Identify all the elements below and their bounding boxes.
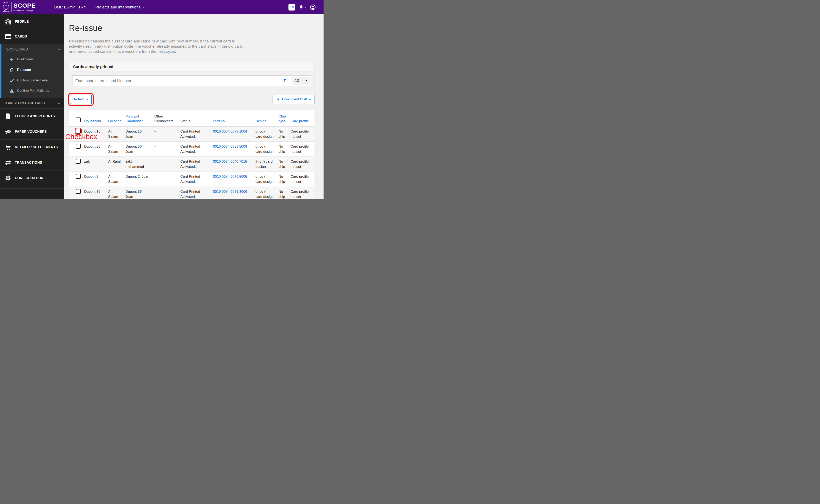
logo-divider bbox=[11, 2, 12, 12]
table-row: Dupont 16 Al- Salam Dupont 16, Jean – Ca… bbox=[69, 126, 315, 142]
page-size-select[interactable]: 10 bbox=[292, 77, 310, 85]
language-badge[interactable]: EN bbox=[289, 4, 295, 11]
sidebar-item-label: PEOPLE bbox=[15, 20, 29, 23]
panel-title: Cards already printed bbox=[69, 62, 314, 72]
cell-chip-type: No chip bbox=[277, 187, 289, 199]
table-row: Dupont 56 Al- Salam Dupont 56, Jean – Ca… bbox=[69, 142, 315, 157]
top-nav: OMC EGYPT TRN Projects and interventions bbox=[54, 5, 144, 9]
cell-others: – bbox=[152, 142, 178, 157]
chevron-down-icon bbox=[317, 7, 319, 8]
cell-location: Al- Salam bbox=[106, 126, 123, 142]
nav-country[interactable]: OMC EGYPT TRN bbox=[54, 5, 86, 9]
table-row: Dupont 2 Al- Salam Dupont 2, Jean – Card… bbox=[69, 172, 315, 187]
sidebar-item-confirm-print-failures[interactable]: Confirm Print Failures bbox=[1, 86, 64, 96]
download-icon bbox=[276, 97, 280, 102]
sidebar-item-label: TRANSACTIONS bbox=[15, 161, 42, 164]
column-header-principal-cardholder[interactable]: Principal Cardholder bbox=[123, 110, 152, 126]
cell-card-profile: Card profile not set bbox=[289, 172, 315, 187]
chevron-up-icon bbox=[57, 48, 60, 51]
sidebar-item-re-issue[interactable]: Re-issue bbox=[1, 65, 64, 75]
check-icon bbox=[9, 78, 14, 82]
chevron-down-icon bbox=[305, 80, 308, 81]
cell-principal: Dupont 36, Jean bbox=[123, 187, 152, 199]
row-checkbox[interactable] bbox=[76, 159, 81, 164]
sidebar-item-retailer-settlements[interactable]: RETAILER SETTLEMENTS bbox=[0, 140, 64, 155]
cell-status: Card Printed Activated. bbox=[178, 142, 211, 157]
card-number-link[interactable]: 0010 0054 6079 5005 bbox=[213, 175, 247, 179]
plus-icon: + bbox=[9, 57, 14, 61]
sidebar-group-scope-card[interactable]: SCOPE CARD bbox=[1, 44, 64, 54]
sidebar-item-cards[interactable]: CARDS bbox=[0, 29, 64, 44]
card-number-link[interactable]: 0010 0054 6081 3006 bbox=[213, 190, 247, 194]
sidebar-divider bbox=[0, 186, 64, 189]
user-avatar-icon bbox=[310, 4, 316, 10]
sidebar-item-label: CARDS bbox=[15, 35, 27, 38]
scope-card-group: SCOPE CARD + Print Cards Re bbox=[0, 44, 64, 98]
app-header: WFP wfp.org bbox=[0, 0, 324, 14]
row-checkbox[interactable] bbox=[76, 129, 81, 134]
select-all-checkbox[interactable] bbox=[76, 117, 81, 122]
column-header-card-no[interactable]: card no. bbox=[211, 110, 254, 126]
cell-location: Al-Raml bbox=[106, 157, 123, 172]
card-number-link[interactable]: 0010 0054 6040 7015 bbox=[213, 160, 247, 163]
cell-card-profile: Card profile not set bbox=[289, 126, 315, 142]
wfp-scope-logo[interactable]: WFP wfp.org bbox=[2, 2, 36, 12]
sidebar: PEOPLE CARDS SCOPE CARD + Print Cards bbox=[0, 14, 64, 199]
cell-location: Al- Salam bbox=[106, 172, 123, 187]
account-menu[interactable] bbox=[310, 4, 319, 10]
people-icon bbox=[4, 18, 12, 25]
cell-others: – bbox=[152, 172, 178, 187]
ticket-icon: №0 bbox=[4, 128, 12, 135]
download-csv-button[interactable]: Download CSV bbox=[273, 95, 315, 104]
cell-chip-type: No chip bbox=[277, 172, 289, 187]
column-header-card-profile[interactable]: Card profile bbox=[289, 110, 315, 126]
sidebar-item-transactions[interactable]: TRANSACTIONS bbox=[0, 155, 64, 170]
sidebar-item-label: CONFIGURATION bbox=[15, 176, 44, 180]
row-checkbox[interactable] bbox=[76, 189, 81, 194]
column-header-location[interactable]: Location bbox=[106, 110, 123, 126]
sidebar-item-print-cards[interactable]: + Print Cards bbox=[1, 54, 64, 65]
table-row: Dupont 36 Al- Salam Dupont 36, Jean – Ca… bbox=[69, 187, 315, 199]
cards-already-printed-panel: Cards already printed 10 bbox=[69, 62, 315, 90]
nav-projects-menu[interactable]: Projects and interventions bbox=[95, 5, 144, 9]
filter-icon[interactable] bbox=[283, 79, 287, 82]
wfp-emblem-icon bbox=[2, 4, 9, 10]
cell-card-profile: Card profile not set bbox=[289, 187, 315, 199]
sidebar-item-configuration[interactable]: CONFIGURATION bbox=[0, 170, 64, 186]
page-description: Re-issueing cancels the current card and… bbox=[69, 39, 315, 54]
sidebar-item-label: PAPER VOUCHERS bbox=[15, 130, 47, 134]
cell-others: – bbox=[152, 157, 178, 172]
sidebar-item-confirm-activate[interactable]: Confirm and Activate bbox=[1, 75, 64, 86]
table-row: zaki Al-Raml zaki, mohammed – Card Print… bbox=[69, 157, 315, 172]
cell-status: Card Printed Activated. bbox=[178, 172, 211, 187]
notifications-menu[interactable] bbox=[299, 5, 307, 10]
cell-location: Al- Salam bbox=[106, 142, 123, 157]
cell-principal: Dupont 2, Jean bbox=[123, 172, 152, 187]
sidebar-item-label: LEDGER AND REPORTS bbox=[15, 114, 55, 118]
search-input[interactable] bbox=[72, 75, 311, 86]
card-number-link[interactable]: 0010 0054 6079 1004 bbox=[213, 129, 247, 133]
page-title: Re-issue bbox=[69, 23, 315, 33]
column-header-household[interactable]: Household bbox=[82, 110, 106, 126]
column-header-chip-type[interactable]: Chip type bbox=[277, 110, 289, 126]
main-content: Re-issue Re-issueing cancels the current… bbox=[64, 14, 324, 199]
gear-icon bbox=[4, 175, 12, 181]
card-number-link[interactable]: 0010 0054 6083 5009 bbox=[213, 145, 247, 148]
sidebar-group-issue-scopecards-id[interactable]: Issue SCOPECARDs as ID bbox=[0, 98, 64, 109]
sidebar-item-paper-vouchers[interactable]: №0 PAPER VOUCHERS bbox=[0, 124, 64, 140]
cell-design: lt-rb () card design bbox=[254, 157, 277, 172]
cell-design: gt-co () card design bbox=[254, 172, 277, 187]
chevron-down-icon bbox=[309, 99, 311, 100]
warning-icon bbox=[9, 89, 14, 93]
action-button[interactable]: Action bbox=[70, 95, 92, 104]
row-checkbox[interactable] bbox=[76, 144, 81, 149]
chevron-down-icon bbox=[142, 7, 144, 8]
cell-principal: Dupont 56, Jean bbox=[123, 142, 152, 157]
sidebar-item-ledger-reports[interactable]: LEDGER AND REPORTS bbox=[0, 109, 64, 124]
row-checkbox[interactable] bbox=[76, 174, 81, 179]
sidebar-item-people[interactable]: PEOPLE bbox=[0, 14, 64, 29]
column-header-design[interactable]: Design bbox=[254, 110, 277, 126]
brand-title: SCOPE bbox=[13, 2, 36, 9]
chevron-down-icon bbox=[57, 102, 60, 104]
cell-household: Dupont 56 bbox=[82, 142, 106, 157]
